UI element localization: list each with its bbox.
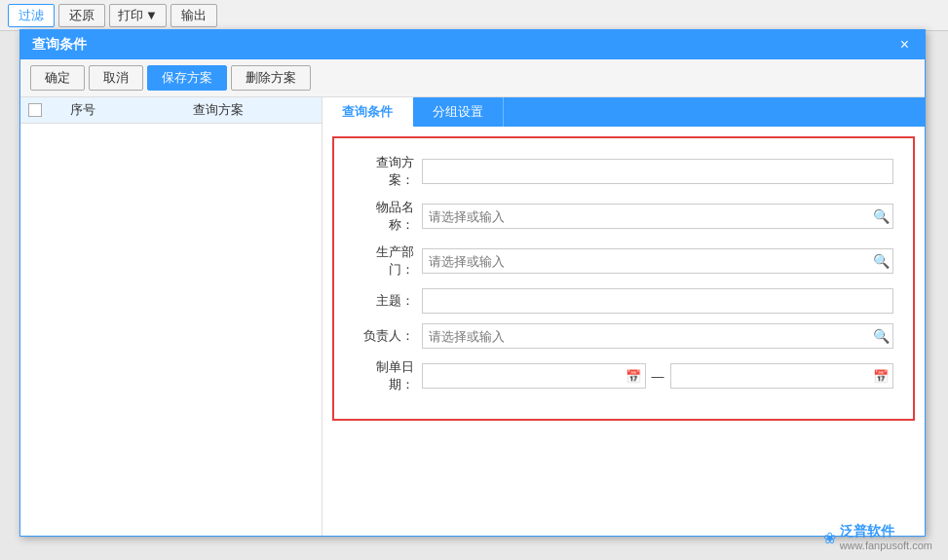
delete-scheme-button[interactable]: 删除方案 xyxy=(231,65,311,91)
left-panel: 序号 查询方案 xyxy=(20,97,322,536)
production-dept-field: 🔍 xyxy=(422,248,893,274)
query-scheme-row: 查询方案： xyxy=(354,154,893,189)
product-name-label: 物品名称： xyxy=(354,199,422,234)
responsible-field: 🔍 xyxy=(422,323,893,349)
product-name-row: 物品名称： 🔍 xyxy=(354,199,893,234)
production-dept-search-icon[interactable]: 🔍 xyxy=(871,251,891,271)
tab-conditions[interactable]: 查询条件 xyxy=(322,97,413,127)
filter-button[interactable]: 过滤 xyxy=(8,4,55,27)
topic-row: 主题： xyxy=(354,288,893,314)
production-dept-label: 生产部门： xyxy=(354,243,422,279)
restore-button[interactable]: 还原 xyxy=(58,4,105,27)
cancel-button[interactable]: 取消 xyxy=(89,65,143,91)
list-header: 序号 查询方案 xyxy=(20,97,322,124)
product-name-field: 🔍 xyxy=(422,204,893,229)
dialog-close-button[interactable]: × xyxy=(896,36,913,54)
date-range: 📅 — 📅 xyxy=(422,363,893,389)
date-label: 制单日期： xyxy=(354,358,422,393)
dialog-header: 查询条件 × xyxy=(20,30,925,59)
brand-url: www.fanpusoft.com xyxy=(840,540,932,552)
date-separator: — xyxy=(650,369,666,384)
seq-header: 序号 xyxy=(63,101,102,119)
production-dept-input[interactable] xyxy=(422,248,893,274)
dialog-body: 序号 查询方案 查询条件 分组设置 查询方案： 物品名 xyxy=(20,97,925,536)
responsible-label: 负责人： xyxy=(354,327,422,345)
dialog-actions: 确定 取消 保存方案 删除方案 xyxy=(20,59,925,97)
date-row: 制单日期： 📅 — 📅 xyxy=(354,358,893,393)
list-rows xyxy=(20,124,322,536)
tabs: 查询条件 分组设置 xyxy=(322,97,925,127)
query-scheme-input[interactable] xyxy=(422,159,893,184)
product-name-search-icon[interactable]: 🔍 xyxy=(871,206,891,226)
right-panel: 查询条件 分组设置 查询方案： 物品名称： 🔍 xyxy=(322,97,925,536)
dialog: 查询条件 × 确定 取消 保存方案 删除方案 序号 查询方案 查询条件 xyxy=(19,29,926,537)
confirm-button[interactable]: 确定 xyxy=(30,65,85,91)
query-scheme-label: 查询方案： xyxy=(354,154,422,189)
select-all-checkbox[interactable] xyxy=(28,103,42,117)
scheme-header: 查询方案 xyxy=(122,101,314,119)
responsible-input[interactable] xyxy=(422,323,893,349)
conditions-form: 查询方案： 物品名称： 🔍 生产部门： 🔍 xyxy=(332,136,915,421)
brand-name: 泛普软件 xyxy=(840,523,932,540)
export-button[interactable]: 输出 xyxy=(171,4,217,27)
date-to-input[interactable] xyxy=(671,364,870,388)
print-button[interactable]: 打印 ▼ xyxy=(109,4,167,27)
brand-logo-icon: ❀ xyxy=(823,529,836,547)
responsible-row: 负责人： 🔍 xyxy=(354,323,893,349)
date-from-wrap: 📅 xyxy=(422,363,646,389)
date-from-calendar-icon[interactable]: 📅 xyxy=(622,369,645,384)
responsible-search-icon[interactable]: 🔍 xyxy=(871,326,891,346)
date-to-wrap: 📅 xyxy=(670,363,894,389)
toolbar: 过滤 还原 打印 ▼ 输出 xyxy=(0,0,948,31)
dialog-title: 查询条件 xyxy=(32,36,87,54)
topic-label: 主题： xyxy=(354,292,422,310)
topic-input[interactable] xyxy=(422,288,893,314)
date-to-calendar-icon[interactable]: 📅 xyxy=(869,369,892,384)
production-dept-row: 生产部门： 🔍 xyxy=(354,243,893,279)
footer-brand: ❀ 泛普软件 www.fanpusoft.com xyxy=(823,523,932,552)
product-name-input[interactable] xyxy=(422,204,893,229)
brand-text: 泛普软件 www.fanpusoft.com xyxy=(840,523,932,552)
tab-group[interactable]: 分组设置 xyxy=(413,97,504,127)
date-from-input[interactable] xyxy=(423,364,622,388)
save-scheme-button[interactable]: 保存方案 xyxy=(147,65,227,91)
